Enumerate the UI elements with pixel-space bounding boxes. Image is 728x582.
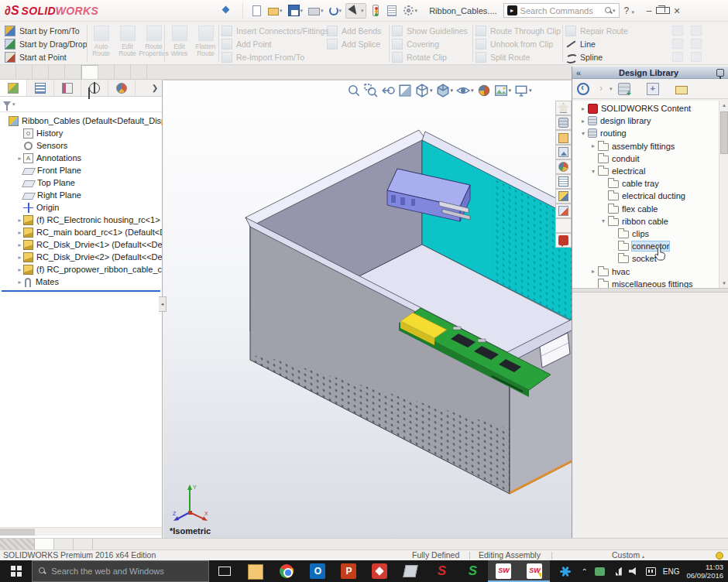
expand-arrow-icon[interactable]: ▸ xyxy=(16,254,23,261)
dropdown-caret-icon[interactable]: ▾ xyxy=(339,8,342,14)
scrollbar-thumb[interactable] xyxy=(720,111,728,154)
restore-button[interactable] xyxy=(656,1,670,21)
assembly-3d-model[interactable] xyxy=(167,98,572,538)
expand-arrow-icon[interactable]: ▸ xyxy=(16,217,23,224)
ribbon-button[interactable]: Start at Point xyxy=(5,50,88,63)
section-view-icon[interactable] xyxy=(397,83,413,98)
tray-expand-icon[interactable]: ⌃ xyxy=(581,567,587,576)
library-tree-item[interactable]: connector xyxy=(572,240,719,252)
ribbon-button[interactable]: Spline xyxy=(565,50,628,63)
search-scope-icon[interactable]: ▸ xyxy=(507,5,517,15)
command-tab[interactable] xyxy=(81,65,98,79)
command-tab[interactable] xyxy=(16,65,33,79)
feature-tree-item[interactable]: ▸RC_Disk_Drvie<1> (Default<<Default>_App… xyxy=(0,238,162,251)
quick-access-button[interactable]: ▾ xyxy=(307,4,325,17)
expand-arrow-icon[interactable]: ▸ xyxy=(589,268,598,275)
taskbar-app[interactable] xyxy=(488,560,519,582)
minimize-button[interactable]: – xyxy=(642,1,656,21)
command-tab[interactable] xyxy=(65,65,81,79)
quick-access-button[interactable]: ▾ xyxy=(328,5,344,17)
view-orientation-icon[interactable]: ▾ xyxy=(414,83,434,98)
ribbon-button[interactable]: Add Point xyxy=(221,37,329,50)
zoom-to-area-icon[interactable] xyxy=(363,83,379,98)
quick-access-button[interactable]: ▾ xyxy=(345,3,366,19)
view-settings-icon[interactable]: ▾ xyxy=(513,83,533,98)
panel-tab-chevron-icon[interactable]: ❯ xyxy=(148,80,162,96)
dropdown-caret-icon[interactable]: ▾ xyxy=(280,8,283,14)
taskbar-app[interactable] xyxy=(457,560,488,582)
taskbar-app[interactable] xyxy=(519,560,550,582)
feature-tree-item[interactable]: History xyxy=(0,127,162,139)
task-pane-tab[interactable] xyxy=(555,204,572,218)
feature-tree-item[interactable]: Right Plane xyxy=(0,189,162,201)
task-pane-tab[interactable] xyxy=(555,115,572,130)
filter-caret-icon[interactable]: ▾ xyxy=(12,101,15,108)
language-indicator[interactable]: ENG xyxy=(663,567,680,576)
command-tab[interactable] xyxy=(49,65,65,79)
scroll-up-icon[interactable]: ▴ xyxy=(719,101,728,110)
panel-tab[interactable] xyxy=(0,80,27,96)
ribbon-button[interactable]: Route Through Clip xyxy=(476,24,561,37)
clock[interactable]: 11:0306/09/2016 xyxy=(686,563,723,580)
start-button[interactable] xyxy=(0,560,32,582)
scrollbar-thumb[interactable] xyxy=(0,529,35,536)
feature-tree-item[interactable]: Top Plane xyxy=(0,176,162,189)
feature-panel-hscrollbar[interactable] xyxy=(0,527,162,536)
help-button[interactable]: ? ▾ xyxy=(624,5,635,16)
panel-tab[interactable] xyxy=(108,80,136,96)
ribbon-big-button[interactable]: Flatten Route xyxy=(193,24,218,57)
ribbon-button[interactable]: Start by Drag/Drop xyxy=(5,37,88,50)
taskbar-app[interactable] xyxy=(240,560,271,582)
ribbon-big-button[interactable]: Edit Route xyxy=(115,24,140,57)
library-tree-item[interactable]: ▸design library xyxy=(572,115,719,127)
network-icon[interactable] xyxy=(612,567,622,576)
library-scrollbar[interactable]: ▴ ▾ xyxy=(719,101,728,288)
ribbon-button[interactable]: Rotate Clip xyxy=(392,50,468,63)
status-tip-icon[interactable] xyxy=(716,552,723,560)
task-pane-tab[interactable] xyxy=(555,233,572,248)
new-folder-icon[interactable] xyxy=(675,86,688,94)
task-pane-tab[interactable] xyxy=(555,101,572,115)
feature-tree-item[interactable]: ▸Annotations xyxy=(0,152,162,164)
ribbon-button[interactable]: Show Guidelines xyxy=(392,24,468,37)
expand-arrow-icon[interactable]: ▸ xyxy=(16,229,23,236)
hide-show-items-icon[interactable]: ▾ xyxy=(455,83,475,98)
scroll-down-icon[interactable]: ▾ xyxy=(719,279,728,288)
ribbon-button[interactable]: Line xyxy=(565,37,628,50)
ribbon-button[interactable]: Repair Route xyxy=(565,24,628,37)
feature-tree-item[interactable]: Front Plane xyxy=(0,164,162,176)
quick-access-button[interactable]: ▾ xyxy=(401,3,420,18)
edit-appearance-icon[interactable] xyxy=(476,83,492,98)
ribbon-big-button[interactable]: Edit Wires xyxy=(167,24,192,57)
task-pane-tab[interactable] xyxy=(555,145,572,159)
quick-access-button[interactable]: ▾ xyxy=(369,3,383,18)
taskbar-app[interactable] xyxy=(395,560,426,582)
library-tree-item[interactable]: conduit xyxy=(572,152,719,165)
pin-panel-icon[interactable] xyxy=(716,69,724,77)
feature-tree-item[interactable]: ▸RC_main board_rc<1> (Default<Default_Di… xyxy=(0,226,162,238)
expand-arrow-icon[interactable]: ▸ xyxy=(579,105,588,112)
command-tab[interactable] xyxy=(115,65,131,79)
ribbon-button[interactable]: Unhook from Clip xyxy=(476,37,561,50)
library-tree-item[interactable]: socket xyxy=(572,252,719,265)
expand-arrow-icon[interactable]: ▾ xyxy=(589,168,598,175)
feature-tree-item[interactable]: ▸(f) RC_propower_ribbon_cable_clamp<1> (… xyxy=(0,263,162,276)
apply-scene-icon[interactable]: ▾ xyxy=(493,83,513,98)
command-search[interactable]: ▸ Search Commands ▾ xyxy=(503,3,620,18)
sheet-tab[interactable] xyxy=(54,539,74,549)
taskbar-app[interactable] xyxy=(333,560,364,582)
taskbar-app[interactable] xyxy=(426,560,457,582)
expand-arrow-icon[interactable]: ▸ xyxy=(589,142,598,149)
expand-arrow-icon[interactable]: ▸ xyxy=(16,241,23,248)
quick-access-button[interactable]: ▾ xyxy=(266,4,284,17)
ribbon-button[interactable]: Re-Import From/To xyxy=(221,50,329,63)
ribbon-big-button[interactable]: Route Properties xyxy=(141,24,167,57)
feature-tree-item[interactable]: Origin xyxy=(0,201,162,214)
library-tree-item[interactable]: ▸hvac xyxy=(572,265,719,277)
graphics-viewport[interactable]: ▾ ▾ ▾ ▾ ▾ xyxy=(163,80,572,538)
feature-tree-root[interactable]: Ribbon_Cables (Default<Default_Display S… xyxy=(0,115,162,127)
library-tree-item[interactable]: flex cable xyxy=(572,203,719,215)
expand-arrow-icon[interactable]: ▸ xyxy=(16,279,23,286)
library-tree-item[interactable]: electrical ducting xyxy=(572,190,719,202)
sheet-tab[interactable] xyxy=(35,539,54,549)
